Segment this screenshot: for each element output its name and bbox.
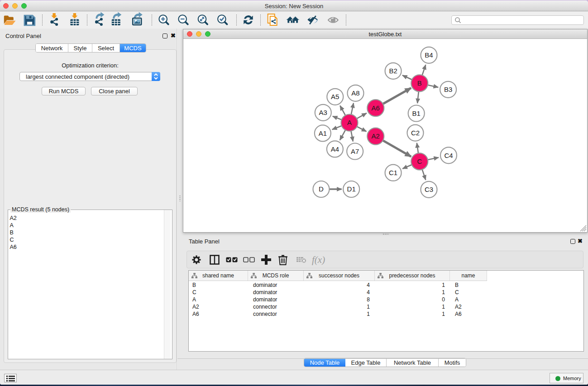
svg-text:A6: A6 <box>372 104 380 112</box>
svg-text:C: C <box>417 157 422 165</box>
svg-text:f(x): f(x) <box>312 254 325 265</box>
svg-text:A7: A7 <box>351 148 359 155</box>
svg-text:A1: A1 <box>319 129 327 137</box>
svg-text:A2: A2 <box>372 132 380 140</box>
svg-text:C2: C2 <box>411 129 420 137</box>
svg-text:B4: B4 <box>425 51 433 59</box>
svg-text:B1: B1 <box>412 110 421 117</box>
svg-text:D: D <box>319 185 324 193</box>
svg-text:D1: D1 <box>347 185 356 193</box>
svg-text:C3: C3 <box>425 186 433 193</box>
svg-text:B3: B3 <box>444 86 452 93</box>
svg-text:C1: C1 <box>389 169 397 176</box>
svg-text:C4: C4 <box>444 152 453 159</box>
svg-text:A8: A8 <box>351 89 359 97</box>
svg-text:A5: A5 <box>331 93 339 100</box>
svg-text:A4: A4 <box>331 145 339 153</box>
svg-text:A3: A3 <box>319 109 327 116</box>
svg-text:B: B <box>417 79 422 87</box>
svg-text:A: A <box>347 119 352 126</box>
svg-text:B2: B2 <box>389 67 397 75</box>
